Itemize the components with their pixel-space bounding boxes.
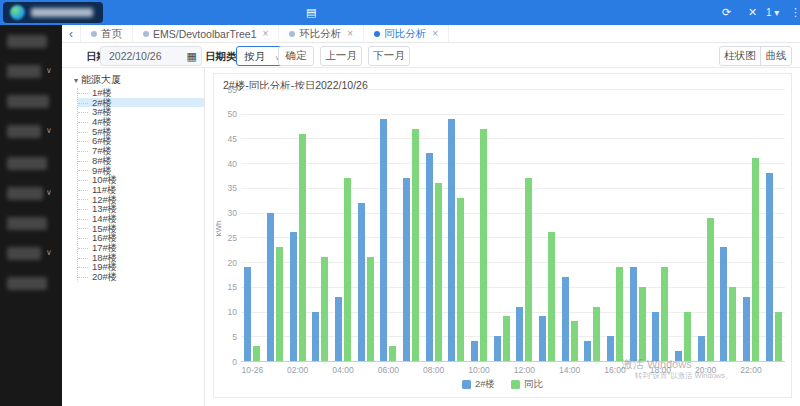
menu-icon[interactable]: ▤ (306, 5, 316, 19)
2#楼-bar (539, 316, 546, 361)
sidebar-item-blurred[interactable] (7, 65, 41, 78)
x-axis-tick-label: 22:00 (735, 365, 767, 375)
gridline (241, 188, 785, 189)
sidebar-item-blurred[interactable] (7, 157, 47, 170)
y-axis-tick-label: 45 (214, 134, 237, 144)
calendar-icon[interactable]: ▦ (187, 50, 197, 63)
bar-chart-button[interactable]: 柱状图 (719, 46, 761, 66)
chevron-down-icon[interactable]: ∨ (46, 188, 52, 197)
y-axis-tick-label: 50 (214, 109, 237, 119)
legend-swatch-icon (511, 380, 520, 389)
同比-bar (684, 312, 691, 361)
同比-bar (299, 134, 306, 361)
2#楼-bar (244, 267, 251, 361)
tab-close-icon[interactable]: × (432, 28, 438, 39)
2#楼-bar (516, 307, 523, 361)
同比-bar (253, 346, 260, 361)
2#楼-bar (403, 178, 410, 361)
同比-bar (457, 198, 464, 361)
chevron-down-icon[interactable]: ∨ (46, 248, 52, 257)
gridline (241, 237, 785, 238)
sidebar-item-blurred[interactable] (7, 187, 43, 200)
同比-bar (616, 267, 623, 361)
2#楼-bar (267, 213, 274, 361)
2#楼-bar (335, 297, 342, 361)
2#楼-bar (290, 232, 297, 361)
同比-bar (571, 321, 578, 361)
y-axis-tick-label: 35 (214, 183, 237, 193)
tab-dot-icon (289, 31, 295, 37)
app-window: ▤ ⟳ ✕ 1 ▾ ⋮ ∨∨∨∨ ‹ 首页EMS/DevtoolbarTree1… (0, 0, 800, 406)
同比-bar (412, 129, 419, 361)
tab-首页[interactable]: 首页 (81, 25, 133, 42)
同比-bar (525, 178, 532, 361)
2#楼-bar (312, 312, 319, 361)
同比-bar (729, 287, 736, 361)
tab-dot-icon (374, 31, 380, 37)
legend-label: 2#楼 (475, 378, 495, 391)
prev-month-button[interactable]: 上一月 (320, 46, 362, 66)
tab-EMS/DevtoolbarTree1[interactable]: EMS/DevtoolbarTree1× (133, 25, 279, 42)
tab-环比分析[interactable]: 环比分析× (279, 25, 364, 42)
x-axis-tick-label: 06:00 (372, 365, 404, 375)
tab-dot-icon (91, 31, 97, 37)
2#楼-bar (607, 336, 614, 361)
y-axis-tick-label: 15 (214, 282, 237, 292)
同比-bar (752, 158, 759, 361)
tab-dot-icon (143, 31, 149, 37)
同比-bar (775, 312, 782, 361)
sidebar-item-blurred[interactable] (7, 125, 41, 138)
sidebar-item-blurred[interactable] (7, 277, 47, 290)
tree-root-node[interactable]: ▾能源大厦 (74, 74, 204, 86)
sidebar-item-blurred[interactable] (7, 217, 47, 230)
windows-watermark-line2: 转到“设置”以激活 Windows。 (635, 371, 733, 381)
tree-list: 1#楼2#楼3#楼4#楼5#楼6#楼7#楼8#楼9#楼10#楼11#楼12#楼1… (77, 88, 204, 282)
refresh-icon[interactable]: ⟳ (722, 5, 731, 20)
gridline (241, 114, 785, 115)
tabs-back-button[interactable]: ‹ (62, 25, 81, 42)
legend-item-2#楼[interactable]: 2#楼 (462, 378, 495, 391)
tab-label: EMS/DevtoolbarTree1 (153, 28, 257, 40)
close-icon[interactable]: ✕ (748, 5, 757, 20)
tab-bar-tabs: 首页EMS/DevtoolbarTree1×环比分析×同比分析× (81, 25, 449, 42)
toolbar: 日期选择 2022/10/26 ▦ 日期类型 按月 ∨ 确定 上一月 下一月 柱… (62, 43, 800, 68)
top-header-bar: ▤ ⟳ ✕ 1 ▾ ⋮ (0, 0, 800, 25)
chevron-down-icon[interactable]: ∨ (46, 126, 52, 135)
2#楼-bar (630, 267, 637, 361)
confirm-button[interactable]: 确定 (278, 46, 314, 66)
y-axis-tick-label: 5 (214, 332, 237, 342)
date-input[interactable]: 2022/10/26 ▦ (100, 46, 202, 66)
x-axis-tick-label: 14:00 (554, 365, 586, 375)
2#楼-bar (358, 203, 365, 361)
tree-item[interactable]: 20#楼 (78, 272, 204, 282)
logo-text-blurred (31, 8, 93, 17)
scale-dropdown[interactable]: 1 ▾ (766, 5, 779, 20)
chevron-down-icon[interactable]: ∨ (46, 66, 52, 75)
tab-close-icon[interactable]: × (263, 28, 269, 39)
building-tree-panel: ▾能源大厦 1#楼2#楼3#楼4#楼5#楼6#楼7#楼8#楼9#楼10#楼11#… (62, 68, 205, 406)
同比-bar (344, 178, 351, 361)
sidebar-item-blurred[interactable] (7, 35, 47, 48)
y-axis-tick-label: 30 (214, 208, 237, 218)
x-axis-tick-label: 08:00 (418, 365, 450, 375)
legend-item-同比[interactable]: 同比 (511, 378, 543, 391)
tab-bar: ‹ 首页EMS/DevtoolbarTree1×环比分析×同比分析× (62, 25, 800, 43)
caret-down-icon[interactable]: ▾ (74, 76, 78, 85)
tab-label: 环比分析 (299, 27, 341, 41)
next-month-button[interactable]: 下一月 (368, 46, 410, 66)
2#楼-bar (743, 297, 750, 361)
sidebar-item-blurred[interactable] (7, 247, 41, 260)
sidebar-item-blurred[interactable] (7, 95, 49, 108)
tab-label: 同比分析 (384, 27, 426, 41)
date-type-value: 按月 (244, 50, 265, 62)
同比-bar (389, 346, 396, 361)
tab-同比分析[interactable]: 同比分析× (364, 25, 449, 42)
2#楼-bar (494, 336, 501, 361)
tab-close-icon[interactable]: × (347, 28, 353, 39)
line-chart-button[interactable]: 曲线 (760, 46, 792, 66)
more-icon[interactable]: ⋮ (790, 5, 800, 20)
x-axis-tick-label: 12:00 (508, 365, 540, 375)
app-logo (3, 2, 103, 23)
同比-bar (593, 307, 600, 361)
2#楼-bar (766, 173, 773, 361)
